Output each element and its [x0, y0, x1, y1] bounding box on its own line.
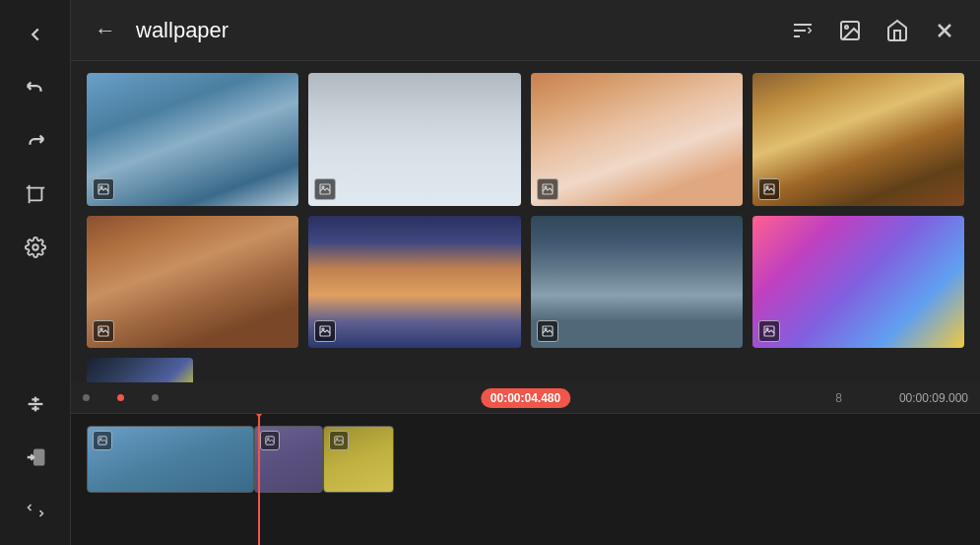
timeline-clip-car1[interactable] — [254, 426, 323, 493]
crop-button[interactable] — [11, 170, 60, 219]
timeline-dot-3 — [152, 394, 159, 401]
timeline-clip-lake[interactable] — [87, 426, 254, 493]
timeline-ruler: 00:00:04.480 8 00:00:09.000 — [71, 382, 980, 414]
svg-point-5 — [33, 244, 38, 250]
media-thumb-3[interactable] — [531, 73, 743, 206]
media-type-icon-1 — [93, 178, 114, 200]
media-thumb-7[interactable] — [531, 216, 743, 349]
store-button[interactable] — [878, 13, 917, 48]
media-type-icon-2 — [314, 178, 336, 200]
close-button[interactable] — [925, 13, 964, 48]
timeline-track-row — [87, 426, 964, 493]
adjust-button[interactable] — [11, 379, 60, 429]
timeline-marker-label: 8 — [835, 391, 842, 405]
media-type-icon-7 — [537, 320, 558, 342]
expand-button[interactable] — [11, 486, 60, 535]
timeline-tracks — [71, 414, 980, 545]
insert-button[interactable] — [11, 433, 60, 482]
media-thumb-9[interactable] — [87, 358, 193, 382]
media-type-icon-3 — [537, 178, 558, 200]
sort-button[interactable] — [783, 13, 822, 48]
timeline-timecode-right: 00:00:09.000 — [899, 391, 968, 405]
svg-point-14 — [845, 26, 848, 29]
media-grid — [87, 73, 964, 382]
timeline-playhead[interactable] — [258, 414, 260, 545]
timeline-dots — [83, 394, 159, 401]
timeline-clip-car2[interactable] — [323, 426, 394, 493]
media-type-icon-4 — [758, 178, 780, 200]
redo-button[interactable] — [11, 116, 60, 166]
media-thumb-2[interactable] — [308, 73, 520, 206]
timeline-timecode: 00:00:04.480 — [481, 388, 570, 408]
media-type-icon-8 — [758, 320, 780, 342]
settings-button[interactable] — [11, 223, 60, 272]
left-sidebar — [0, 0, 71, 545]
media-grid-area — [71, 61, 980, 382]
media-type-icon-5 — [93, 320, 114, 342]
back-button[interactable] — [11, 10, 60, 59]
clip-icon-car1 — [260, 431, 280, 450]
header: ← wallpaper — [71, 0, 980, 61]
timeline-area: 00:00:04.480 8 00:00:09.000 — [71, 382, 980, 545]
timeline-dot-1 — [83, 394, 90, 401]
media-thumb-5[interactable] — [87, 216, 298, 349]
image-view-button[interactable] — [830, 13, 870, 48]
header-toolbar — [783, 13, 964, 48]
media-thumb-1[interactable] — [87, 73, 298, 206]
main-content: ← wallpaper — [71, 0, 980, 545]
page-title: wallpaper — [136, 18, 771, 43]
media-type-icon-6 — [314, 320, 336, 342]
timeline-dot-2 — [117, 394, 124, 401]
header-back-button[interactable]: ← — [87, 14, 124, 47]
svg-rect-9 — [34, 450, 43, 465]
clip-icon-lake — [93, 431, 112, 450]
clip-icon-car2 — [329, 431, 349, 450]
undo-button[interactable] — [11, 63, 60, 112]
svg-rect-0 — [29, 188, 41, 201]
media-thumb-6[interactable] — [308, 216, 520, 349]
media-thumb-4[interactable] — [752, 73, 964, 206]
media-thumb-8[interactable] — [752, 216, 964, 349]
